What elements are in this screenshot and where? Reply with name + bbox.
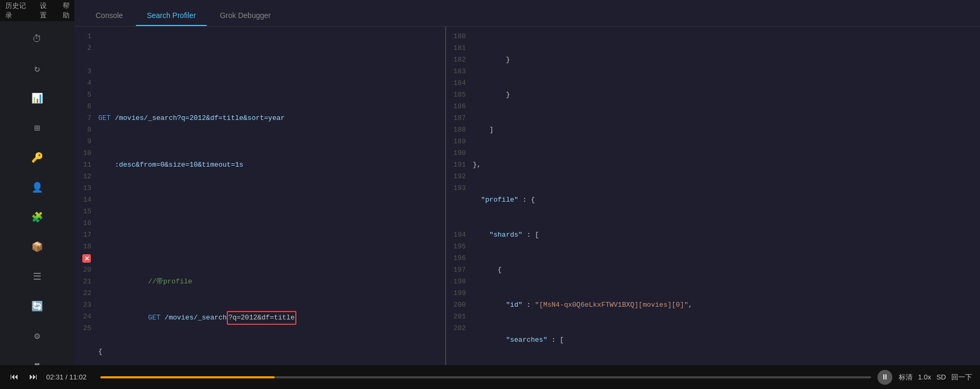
json-line-188: "searches" : [	[473, 334, 980, 346]
total-time: 11:02	[69, 373, 87, 381]
json-content: } } ] }, "profile" : { "shards" : [ { "i…	[473, 31, 980, 389]
json-line-182: ]	[473, 124, 980, 136]
refresh2-icon[interactable]: 🔄	[28, 297, 47, 316]
quality-label: 标清	[899, 373, 913, 382]
fullscreen-label: 回一下	[951, 373, 972, 382]
key-icon[interactable]: 🔑	[28, 148, 47, 167]
code-content[interactable]: GET /movies/_search?q=2012&df=title&sort…	[98, 31, 445, 389]
tab-bar: Console Search Profiler Grok Debugger	[74, 0, 980, 27]
menu-help[interactable]: 帮助	[63, 1, 75, 20]
next-button[interactable]: ⏭	[27, 371, 40, 384]
progress-fill	[100, 376, 275, 378]
error-badge-4: ✕	[82, 254, 91, 263]
player-bar: ⏮ ⏭ 02:31 / 11:02 ⏸ 标清 1.0x SD 回一下	[0, 365, 980, 389]
top-menu-bar: 历史记录 设置 帮助	[0, 0, 74, 21]
json-line-187: "id" : "[MsN4-qx0Q6eLkxFTWV1BXQ][movies]…	[473, 299, 980, 311]
clock-icon[interactable]: ⏱	[28, 29, 47, 48]
main-area: Console Search Profiler Grok Debugger 1 …	[74, 0, 980, 389]
tab-search-profiler[interactable]: Search Profiler	[136, 6, 207, 26]
refresh-icon[interactable]: ↻	[28, 59, 47, 78]
editor-panel: 1 2 3 4 5 6 7 8 9 10 11 12 13 14 15 16	[74, 27, 446, 389]
code-line-6: {	[98, 346, 445, 358]
json-panel: 180 181 182 183 184 185 186 187 188 189 …	[446, 27, 980, 389]
time-display: 02:31 / 11:02	[46, 373, 94, 381]
grid-icon[interactable]: ⊞	[28, 118, 47, 137]
json-line-180: }	[473, 54, 980, 66]
highlight-box-5: ?q=2012&df=title	[227, 311, 296, 325]
pause-button[interactable]: ⏸	[877, 370, 892, 385]
box-icon[interactable]: 📦	[28, 237, 47, 256]
sidebar-icon-list: ⏱ ↻ 📊 ⊞ 🔑 👤 🧩 📦 ☰ 🔄 ⚙ ♥ ⚙	[0, 29, 74, 389]
menu-history[interactable]: 历史记录	[5, 1, 29, 20]
resolution-label: SD	[936, 373, 946, 381]
sidebar: 历史记录 设置 帮助 ⏱ ↻ 📊 ⊞ 🔑 👤 🧩 📦 ☰ 🔄 ⚙ ♥ ⚙	[0, 0, 74, 389]
settings-icon[interactable]: ⚙	[28, 326, 47, 345]
stack-icon[interactable]: ☰	[28, 267, 47, 286]
json-line-186: {	[473, 264, 980, 276]
editor-body[interactable]: 1 2 3 4 5 6 7 8 9 10 11 12 13 14 15 16	[74, 27, 445, 389]
code-line-5: GET /movies/_search?q=2012&df=title	[98, 299, 445, 311]
current-time: 02:31	[46, 373, 64, 381]
json-line-181: }	[473, 89, 980, 101]
code-line-3	[98, 206, 445, 218]
content-area: 1 2 3 4 5 6 7 8 9 10 11 12 13 14 15 16	[74, 27, 980, 389]
tab-console[interactable]: Console	[85, 6, 133, 26]
code-line-1	[98, 66, 445, 77]
tab-grok-debugger[interactable]: Grok Debugger	[209, 6, 282, 26]
player-right-controls: 标清 1.0x SD 回一下	[899, 373, 972, 382]
json-line-184: "profile" : {	[473, 194, 980, 206]
menu-settings[interactable]: 设置	[40, 1, 52, 20]
code-line-2: GET /movies/_search?q=2012&df=title&sort…	[98, 113, 445, 124]
progress-bar[interactable]	[100, 376, 871, 378]
user-icon[interactable]: 👤	[28, 178, 47, 197]
playback-speed[interactable]: 1.0x	[918, 373, 931, 381]
code-line-4: ✕ //带profile	[98, 253, 445, 264]
puzzle-icon[interactable]: 🧩	[28, 208, 47, 227]
code-line-2b: :desc&from=0&size=10&timeout=1s	[98, 159, 445, 171]
json-line-183: },	[473, 159, 980, 171]
json-body[interactable]: 180 181 182 183 184 185 186 187 188 189 …	[446, 27, 980, 389]
json-line-numbers: 180 181 182 183 184 185 186 187 188 189 …	[446, 27, 470, 334]
line-numbers: 1 2 3 4 5 6 7 8 9 10 11 12 13 14 15 16	[74, 27, 96, 334]
chart-icon[interactable]: 📊	[28, 89, 47, 108]
prev-button[interactable]: ⏮	[8, 371, 21, 384]
json-line-185: "shards" : [	[473, 229, 980, 241]
